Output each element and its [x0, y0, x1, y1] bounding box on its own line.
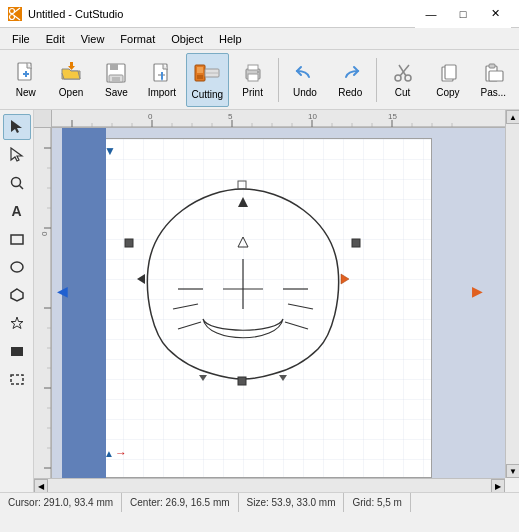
svg-text:5: 5	[228, 112, 233, 121]
toolbar-open-button[interactable]: Open	[49, 53, 92, 107]
tool-ellipse[interactable]	[3, 254, 31, 280]
bottom-position: ▲ →	[104, 446, 127, 460]
svg-rect-32	[489, 71, 503, 81]
tool-star[interactable]	[3, 310, 31, 336]
toolbar-copy-button[interactable]: Copy	[426, 53, 469, 107]
paste-icon	[481, 61, 505, 85]
canvas-inner[interactable]: ◀ ▶ ▼ ▲ →	[52, 128, 505, 478]
toolbar-new-button[interactable]: New	[4, 53, 47, 107]
toolbar-undo-button[interactable]: Undo	[283, 53, 326, 107]
svg-rect-97	[125, 239, 133, 247]
menu-file[interactable]: File	[4, 31, 38, 47]
app-icon	[8, 7, 22, 21]
scrollbar-corner	[505, 478, 519, 492]
toolbar-cutting-button[interactable]: Cutting	[186, 53, 229, 107]
redo-icon	[338, 61, 362, 85]
scrollbar-horizontal[interactable]: ◀ ▶	[34, 478, 505, 492]
tool-select[interactable]	[3, 114, 31, 140]
ruler-vertical: 0	[34, 128, 52, 478]
svg-line-95	[285, 322, 308, 329]
svg-marker-101	[137, 274, 145, 284]
undo-icon	[293, 61, 317, 85]
canvas-area[interactable]: A // ruler ticks - we'll do inline SVG e…	[34, 110, 519, 492]
maximize-button[interactable]: □	[447, 0, 479, 28]
save-icon	[104, 61, 128, 85]
svg-rect-99	[238, 181, 246, 189]
tool-rect[interactable]	[3, 226, 31, 252]
toolbar-import-button[interactable]: Import	[140, 53, 183, 107]
statusbar: Cursor: 291.0, 93.4 mm Center: 26.9, 16.…	[0, 492, 519, 512]
svg-line-92	[178, 322, 201, 329]
scroll-down-arrow[interactable]: ▼	[506, 464, 519, 478]
svg-rect-37	[11, 235, 23, 244]
toolbar-redo-button[interactable]: Redo	[329, 53, 372, 107]
object-size: Size: 53.9, 33.0 mm	[239, 493, 345, 512]
title-bar-controls: — □ ✕	[415, 0, 511, 28]
menu-object[interactable]: Object	[163, 31, 211, 47]
tool-dashed-rect[interactable]	[3, 366, 31, 392]
title-bar: Untitled - CutStudio — □ ✕	[0, 0, 519, 28]
toolbar-separator-1	[278, 58, 279, 102]
import-icon	[150, 61, 174, 85]
tool-text[interactable]: A	[3, 198, 31, 224]
svg-marker-40	[11, 317, 23, 329]
scrollbar-vertical[interactable]: ▲ ▼	[505, 110, 519, 478]
svg-rect-9	[110, 64, 118, 70]
scroll-horizontal-track[interactable]	[48, 479, 491, 492]
tool-polygon[interactable]	[3, 282, 31, 308]
tool-node[interactable]	[3, 142, 31, 168]
minimize-button[interactable]: —	[415, 0, 447, 28]
svg-text:0: 0	[148, 112, 153, 121]
toolbar-cut-button[interactable]: Cut	[381, 53, 424, 107]
svg-rect-41	[11, 347, 23, 356]
scroll-up-arrow[interactable]: ▲	[506, 110, 519, 124]
svg-point-23	[257, 71, 259, 73]
menu-help[interactable]: Help	[211, 31, 250, 47]
left-arrow-indicator: ◀	[57, 283, 68, 299]
menu-bar: File Edit View Format Object Help	[0, 28, 519, 50]
svg-marker-39	[11, 289, 23, 301]
media-strip	[62, 128, 106, 478]
svg-rect-16	[197, 67, 203, 73]
scroll-vertical-track[interactable]	[506, 124, 519, 464]
svg-rect-17	[197, 75, 203, 79]
design-svg[interactable]	[123, 179, 363, 389]
scroll-left-arrow[interactable]: ◀	[34, 479, 48, 492]
toolbar-separator-2	[376, 58, 377, 102]
menu-edit[interactable]: Edit	[38, 31, 73, 47]
main-area: A A	[0, 110, 519, 492]
svg-marker-102	[341, 274, 349, 284]
menu-view[interactable]: View	[73, 31, 113, 47]
svg-marker-33	[11, 120, 22, 133]
menu-format[interactable]: Format	[112, 31, 163, 47]
svg-rect-22	[248, 65, 258, 70]
scroll-right-arrow[interactable]: ▶	[491, 479, 505, 492]
origin-down-arrow: ▼	[104, 144, 116, 158]
svg-marker-34	[11, 148, 22, 161]
toolbar-paste-button[interactable]: Pas...	[472, 53, 515, 107]
svg-line-91	[173, 304, 198, 309]
center-position: Center: 26.9, 16.5 mm	[122, 493, 239, 512]
svg-rect-100	[238, 377, 246, 385]
toolbar-save-button[interactable]: Save	[95, 53, 138, 107]
close-button[interactable]: ✕	[479, 0, 511, 28]
svg-marker-96	[238, 197, 248, 207]
svg-point-0	[10, 8, 15, 13]
svg-text:15: 15	[388, 112, 397, 121]
svg-rect-42	[11, 375, 23, 384]
toolbox: A	[0, 110, 34, 492]
svg-rect-98	[352, 239, 360, 247]
svg-marker-103	[238, 237, 248, 247]
toolbar-print-button[interactable]: Print	[231, 53, 274, 107]
title-bar-left: Untitled - CutStudio	[8, 7, 123, 21]
svg-point-35	[11, 178, 20, 187]
svg-point-1	[10, 14, 15, 19]
page	[62, 138, 432, 478]
svg-text:0: 0	[40, 231, 49, 236]
cursor-position: Cursor: 291.0, 93.4 mm	[0, 493, 122, 512]
ruler-horizontal: // ruler ticks - we'll do inline SVG ele…	[52, 110, 505, 128]
tool-solid-rect[interactable]	[3, 338, 31, 364]
grid-info: Grid: 5,5 m	[344, 493, 410, 512]
svg-rect-11	[112, 77, 120, 82]
tool-zoom[interactable]	[3, 170, 31, 196]
